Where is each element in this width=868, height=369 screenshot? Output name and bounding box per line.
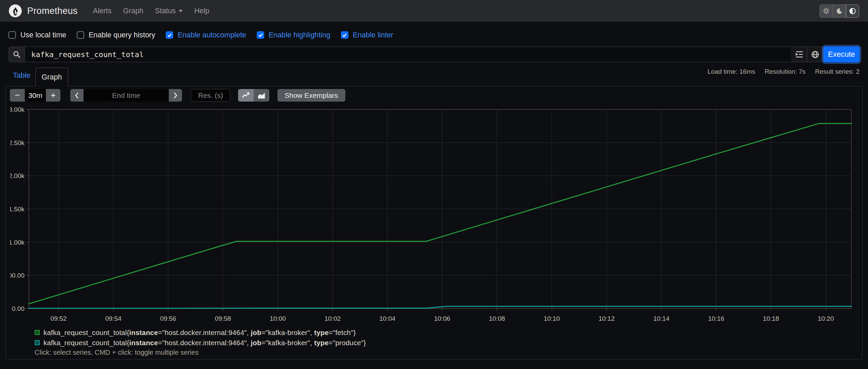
app-title[interactable]: Prometheus — [27, 6, 78, 16]
theme-toggle-group — [819, 4, 859, 18]
query-stats: Load time: 16ms Resolution: 7s Result se… — [707, 68, 860, 75]
gear-icon — [822, 7, 830, 15]
checkbox-autocomplete[interactable]: Enable autocomplete — [166, 31, 246, 39]
theme-settings-button[interactable] — [819, 4, 833, 18]
nav-item-status[interactable]: Status — [149, 7, 188, 15]
checkbox-linter[interactable]: Enable linter — [341, 31, 394, 39]
checkbox-highlighting[interactable]: Enable highlighting — [257, 31, 330, 39]
half-circle-icon — [849, 7, 856, 15]
checkbox-icon — [341, 31, 348, 39]
flame-icon — [10, 6, 20, 16]
result-series: Result series: 2 — [815, 68, 860, 75]
explain-query-button[interactable] — [807, 47, 824, 62]
theme-auto-button[interactable] — [846, 4, 859, 18]
expression-input[interactable]: kafka_request_count_total — [25, 47, 791, 62]
nav-links: Alerts Graph Status Help — [87, 7, 215, 15]
checkbox-icon — [77, 31, 84, 39]
metrics-explorer-button[interactable] — [791, 47, 807, 62]
chevron-down-icon — [179, 10, 183, 12]
query-options-row: Use local time Enable query history Enab… — [8, 29, 393, 41]
load-time: Load time: 16ms — [707, 68, 755, 75]
search-icon — [13, 50, 21, 58]
tab-graph[interactable]: Graph — [35, 68, 68, 86]
nav-item-graph[interactable]: Graph — [117, 7, 149, 15]
checkbox-use-local-time[interactable]: Use local time — [8, 31, 66, 39]
nav-item-help[interactable]: Help — [188, 7, 215, 15]
metrics-explorer-icon — [795, 50, 803, 58]
moon-icon — [836, 7, 843, 15]
query-bar: kafka_request_count_total Execute — [8, 47, 860, 62]
prometheus-logo[interactable] — [9, 4, 22, 17]
nav-item-alerts[interactable]: Alerts — [87, 7, 117, 15]
theme-dark-button[interactable] — [833, 4, 846, 18]
globe-icon — [811, 50, 819, 59]
checkbox-icon — [8, 31, 16, 39]
search-segment — [8, 47, 25, 62]
graph-panel — [5, 86, 863, 359]
checkbox-icon — [257, 31, 264, 39]
navbar: Prometheus Alerts Graph Status Help — [0, 0, 868, 22]
execute-button[interactable]: Execute — [824, 47, 860, 62]
checkbox-query-history[interactable]: Enable query history — [77, 31, 155, 39]
tab-table[interactable]: Table — [13, 71, 30, 80]
resolution: Resolution: 7s — [765, 68, 806, 75]
checkbox-icon — [166, 31, 173, 39]
